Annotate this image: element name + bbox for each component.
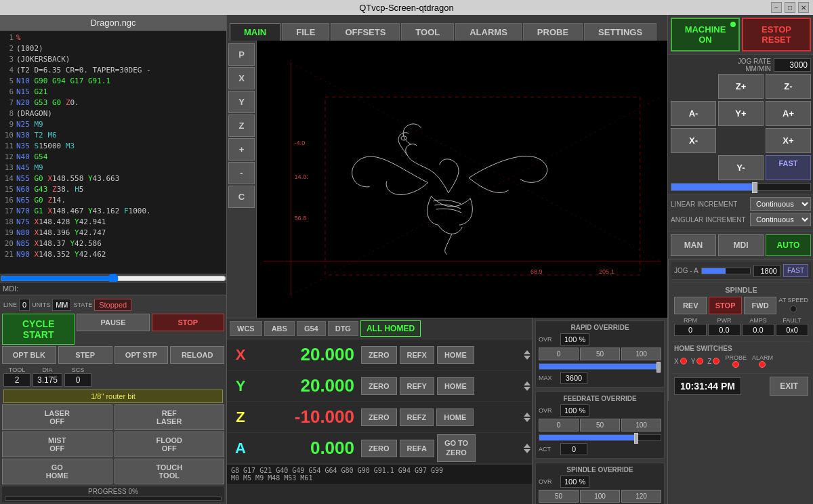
- close-button[interactable]: ✕: [798, 2, 809, 13]
- axis-a-label: A: [227, 440, 251, 457]
- stop-button[interactable]: STOP: [152, 314, 224, 331]
- progress-label: PROGRESS 0%: [5, 488, 222, 495]
- tab-offsets[interactable]: OFFSETS: [331, 23, 400, 41]
- list-item: 5 N10 G90 G94 G17 G91.1: [1, 76, 225, 87]
- jog-x-plus-button[interactable]: X+: [766, 128, 811, 153]
- minimize-button[interactable]: −: [771, 2, 782, 13]
- laser-off-button[interactable]: LASEROFF: [2, 404, 112, 430]
- home-x-button[interactable]: HOME: [437, 346, 474, 364]
- dro-tab-wcs[interactable]: WCS: [230, 321, 262, 336]
- refa-button[interactable]: REFA: [400, 440, 434, 457]
- spindle-fwd-button[interactable]: FWD: [744, 297, 776, 314]
- touch-tool-button[interactable]: TOUCHTOOL: [114, 459, 225, 484]
- maximize-button[interactable]: □: [785, 2, 795, 13]
- tab-settings[interactable]: SETTINGS: [584, 23, 656, 41]
- horizontal-scrollbar[interactable]: [0, 274, 226, 282]
- zero-y-button[interactable]: ZERO: [361, 377, 397, 395]
- jog-a-fast-button[interactable]: FAST: [783, 264, 808, 277]
- feedrate-override-block: FEEDRATE OVERRIDE OVR 100 % 0 50 100: [535, 392, 665, 459]
- list-item: 13 N45 M9: [1, 163, 225, 173]
- auto-mode-button[interactable]: AUTO: [766, 234, 811, 256]
- jog-z-plus-button[interactable]: Z+: [718, 74, 764, 99]
- view-x-button[interactable]: X: [228, 67, 255, 89]
- spindle-100-button[interactable]: 100: [580, 490, 620, 503]
- tab-alarms[interactable]: ALARMS: [455, 23, 522, 41]
- cycle-start-button[interactable]: CYCLESTART: [2, 314, 75, 345]
- refz-button[interactable]: REFZ: [400, 408, 434, 426]
- view-zoom-out-button[interactable]: -: [228, 162, 255, 184]
- machine-estop-controls: MACHINE ON ESTOP RESET: [668, 15, 813, 54]
- estop-reset-button[interactable]: ESTOP RESET: [742, 18, 811, 51]
- jog-a-track[interactable]: [701, 268, 751, 274]
- flood-off-button[interactable]: FLOODOFF: [114, 432, 225, 457]
- tab-probe[interactable]: PROBE: [523, 23, 583, 41]
- machine-on-button[interactable]: MACHINE ON: [671, 18, 740, 51]
- feedrate-100-button[interactable]: 100: [621, 419, 661, 432]
- go-home-button[interactable]: GOHOME: [2, 459, 112, 484]
- increment-section: LINEAR INCREMENT Continuous 0.001 0.01 0…: [668, 194, 813, 231]
- rapid-override-track[interactable]: [539, 363, 661, 370]
- dro-tab-dtg[interactable]: DTG: [328, 321, 358, 336]
- view-zoom-in-button[interactable]: +: [228, 138, 255, 161]
- angular-increment-select[interactable]: Continuous 0.1 1.0 10.0: [750, 213, 811, 226]
- jog-slider-track[interactable]: [671, 183, 811, 191]
- list-item: 20 N85 X148.37 Y42.586: [1, 238, 225, 249]
- bottom-left-controls: LINE 0 UNITS MM STATE Stopped CYCLESTART…: [0, 295, 226, 504]
- ref-laser-button[interactable]: REFLASER: [114, 404, 225, 430]
- opt-stp-button[interactable]: OPT STP: [114, 346, 169, 364]
- spindle-ovr-value: 100 %: [560, 476, 589, 488]
- feedrate-0-button[interactable]: 0: [539, 419, 579, 432]
- pause-button[interactable]: PAUSE: [77, 314, 149, 331]
- jog-fast-button[interactable]: FAST: [766, 155, 811, 180]
- zero-a-button[interactable]: ZERO: [361, 440, 397, 457]
- jog-rate-input[interactable]: [774, 58, 811, 72]
- view-p-button[interactable]: P: [228, 43, 255, 66]
- reload-button[interactable]: RELOAD: [170, 346, 224, 364]
- feedrate-50-button[interactable]: 50: [580, 419, 620, 432]
- view-z-button[interactable]: Z: [228, 114, 255, 137]
- list-item: 19 N80 X148.396 Y42.747: [1, 228, 225, 238]
- dro-tab-g54[interactable]: G54: [297, 321, 326, 336]
- tab-tool[interactable]: TOOL: [401, 23, 454, 41]
- view-c-button[interactable]: C: [228, 186, 255, 208]
- mist-off-button[interactable]: MISTOFF: [2, 432, 112, 457]
- rapid-0-button[interactable]: 0: [539, 348, 579, 360]
- rapid-override-block: RAPID OVERRIDE OVR 100 % 0 50 100: [535, 320, 665, 387]
- tab-main[interactable]: MAIN: [230, 23, 280, 41]
- home-z-button[interactable]: HOME: [436, 408, 474, 426]
- man-mode-button[interactable]: MAN: [671, 234, 716, 256]
- view-y-button[interactable]: Y: [228, 91, 255, 113]
- jog-a-minus-button[interactable]: A-: [671, 101, 716, 126]
- dro-tab-abs[interactable]: ABS: [264, 321, 295, 336]
- tab-file[interactable]: FILE: [282, 23, 329, 41]
- go-to-zero-button[interactable]: GO TOZERO: [437, 434, 476, 461]
- jog-z-minus-button[interactable]: Z-: [766, 74, 811, 99]
- spindle-120-button[interactable]: 120: [621, 490, 661, 503]
- jog-y-minus-button[interactable]: Y-: [718, 155, 764, 180]
- refx-button[interactable]: REFX: [400, 346, 434, 364]
- step-button[interactable]: STEP: [58, 346, 112, 364]
- home-y-button[interactable]: HOME: [437, 377, 474, 395]
- opt-blk-button[interactable]: OPT BLK: [2, 346, 56, 364]
- refy-button[interactable]: REFY: [400, 377, 434, 395]
- axis-z-label: Z: [227, 408, 251, 426]
- rapid-100-button[interactable]: 100: [621, 348, 661, 360]
- jog-x-minus-button[interactable]: X-: [671, 128, 716, 153]
- jog-a-plus-button[interactable]: A+: [766, 101, 811, 126]
- mdi-mode-button[interactable]: MDI: [718, 234, 764, 256]
- linear-increment-select[interactable]: Continuous 0.001 0.01 0.1 1.0: [750, 197, 811, 211]
- spindle-rev-button[interactable]: REV: [674, 297, 707, 314]
- spindle-50-button[interactable]: 50: [539, 490, 579, 503]
- clock-display: 10:31:44 PM: [674, 377, 741, 395]
- mode-buttons: MAN MDI AUTO: [668, 231, 813, 259]
- jog-y-plus-button[interactable]: Y+: [718, 101, 764, 126]
- dro-row-a: A 0.000 ZERO REFA GO TOZERO: [227, 433, 532, 464]
- zero-x-button[interactable]: ZERO: [361, 346, 397, 364]
- svg-text:56.8: 56.8: [295, 215, 307, 222]
- zero-z-button[interactable]: ZERO: [361, 408, 397, 426]
- rapid-50-button[interactable]: 50: [580, 348, 620, 360]
- feedrate-override-track[interactable]: [539, 434, 661, 441]
- axis-y-value: 20.000: [251, 375, 360, 396]
- spindle-stop-button[interactable]: STOP: [709, 297, 741, 314]
- exit-button[interactable]: EXIT: [770, 377, 808, 396]
